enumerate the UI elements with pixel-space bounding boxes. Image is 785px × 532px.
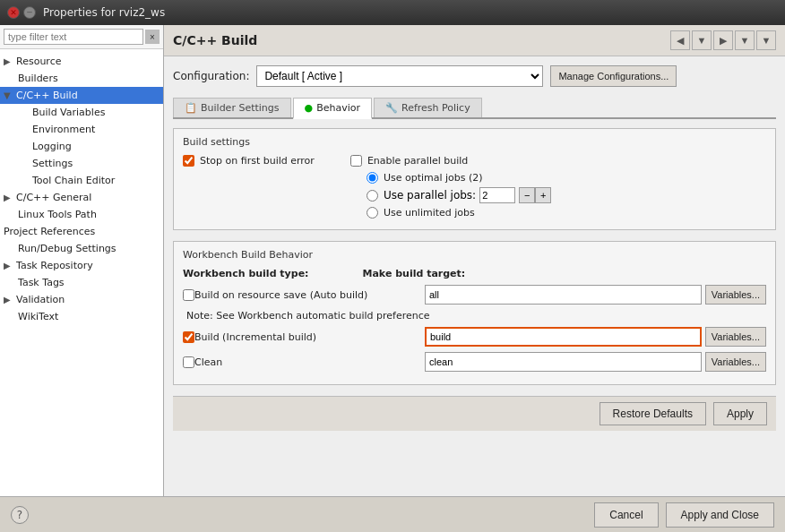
workbench-header: Workbench build type: Make build target: <box>183 268 766 279</box>
panel-body: Configuration: Default [ Active ] Manage… <box>164 56 785 496</box>
clean-label: Clean <box>194 356 222 368</box>
sidebar-item-label: Logging <box>32 141 72 152</box>
sidebar-item-resource[interactable]: ▶ Resource <box>0 53 163 70</box>
auto-build-left: Build on resource save (Auto build) <box>183 289 425 301</box>
refresh-policy-icon: 🔧 <box>385 102 398 114</box>
parallel-decrement-button[interactable]: − <box>519 187 535 203</box>
search-input[interactable] <box>4 29 143 45</box>
behavior-icon: ● <box>305 102 314 114</box>
close-button[interactable]: ✕ <box>7 6 20 19</box>
use-parallel-jobs-row: Use parallel jobs: − + <box>350 187 766 203</box>
incremental-build-input[interactable] <box>425 327 702 347</box>
back-button[interactable]: ◀ <box>670 30 690 50</box>
bottom-actions: Restore Defaults Apply <box>173 396 776 431</box>
clean-input[interactable] <box>425 352 702 372</box>
builder-settings-icon: 📋 <box>185 102 197 114</box>
sidebar: × ▶ Resource Builders ▼ <box>0 25 164 496</box>
incremental-variables-button[interactable]: Variables... <box>705 327 766 347</box>
build-settings-right: Enable parallel build Use optimal jobs (… <box>350 155 766 222</box>
use-optimal-label: Use optimal jobs (2) <box>384 172 483 184</box>
panel-toolbar: ◀ ▼ ▶ ▼ ▼ <box>670 30 776 50</box>
sidebar-item-builders[interactable]: Builders <box>0 70 163 87</box>
sidebar-item-logging[interactable]: Logging <box>0 138 163 155</box>
help-button[interactable]: ? <box>11 506 29 524</box>
clean-variables-button[interactable]: Variables... <box>705 352 766 372</box>
incremental-build-label: Build (Incremental build) <box>194 331 316 343</box>
sidebar-item-validation[interactable]: ▶ Validation <box>0 291 163 308</box>
stop-on-error-row: Stop on first build error <box>183 155 315 167</box>
sidebar-item-cpp-build[interactable]: ▼ C/C++ Build <box>0 87 163 104</box>
sidebar-item-environment[interactable]: Environment <box>0 121 163 138</box>
use-optimal-radio[interactable] <box>367 172 378 184</box>
sidebar-item-tool-chain-editor[interactable]: Tool Chain Editor <box>0 172 163 189</box>
build-settings-left: Stop on first build error <box>183 155 315 222</box>
dropdown2-button[interactable]: ▼ <box>735 30 755 50</box>
sidebar-item-task-repository[interactable]: ▶ Task Repository <box>0 257 163 274</box>
parallel-increment-button[interactable]: + <box>535 187 551 203</box>
help-icon: ? <box>17 509 22 521</box>
auto-build-input[interactable] <box>425 285 702 305</box>
minimize-button[interactable]: ─ <box>23 6 36 19</box>
sidebar-item-linux-tools-path[interactable]: Linux Tools Path <box>0 206 163 223</box>
toggle-icon: ▶ <box>4 56 14 66</box>
stop-on-error-checkbox[interactable] <box>183 155 194 167</box>
auto-build-checkbox[interactable] <box>183 289 194 301</box>
window-title: Properties for rviz2_ws <box>43 6 165 19</box>
use-unlimited-radio[interactable] <box>367 207 378 219</box>
sidebar-item-task-tags[interactable]: Task Tags <box>0 274 163 291</box>
note-text: Note: See Workbench automatic build pref… <box>183 310 766 322</box>
tabs-container: 📋 Builder Settings ● Behavior 🔧 Refresh … <box>173 98 776 119</box>
sidebar-item-label: Build Variables <box>32 107 105 118</box>
menu-button[interactable]: ▼ <box>756 30 776 50</box>
sidebar-item-label: Tool Chain Editor <box>32 175 115 186</box>
use-unlimited-jobs-row: Use unlimited jobs <box>350 207 766 219</box>
clean-right: Variables... <box>425 352 766 372</box>
footer-buttons: Cancel Apply and Close <box>594 502 774 528</box>
sidebar-item-wikitext[interactable]: WikiText <box>0 308 163 325</box>
build-settings-row: Stop on first build error Enable paralle… <box>183 155 766 222</box>
sidebar-item-label: C/C++ General <box>16 192 91 203</box>
toggle-icon: ▼ <box>4 90 14 100</box>
manage-configurations-button[interactable]: Manage Configurations... <box>550 65 677 87</box>
enable-parallel-label: Enable parallel build <box>367 155 468 167</box>
footer: ? Cancel Apply and Close <box>0 496 785 532</box>
sidebar-item-project-references[interactable]: Project References <box>0 223 163 240</box>
tab-builder-settings[interactable]: 📋 Builder Settings <box>173 98 291 117</box>
parallel-count-input[interactable] <box>479 187 515 203</box>
toggle-icon: ▶ <box>4 295 14 305</box>
apply-and-close-button[interactable]: Apply and Close <box>666 502 774 528</box>
use-parallel-label: Use parallel jobs: <box>384 189 476 202</box>
apply-button[interactable]: Apply <box>713 402 767 425</box>
clean-row: Clean Variables... <box>183 352 766 372</box>
tab-refresh-policy[interactable]: 🔧 Refresh Policy <box>374 98 482 117</box>
build-type-col-label: Workbench build type: <box>183 268 309 279</box>
main-panel: C/C++ Build ◀ ▼ ▶ ▼ ▼ Configuration: Def… <box>164 25 785 496</box>
auto-build-variables-button[interactable]: Variables... <box>705 285 766 305</box>
clean-checkbox[interactable] <box>183 356 194 368</box>
incremental-build-checkbox[interactable] <box>183 331 194 343</box>
sidebar-item-label: Builders <box>18 73 58 84</box>
enable-parallel-checkbox[interactable] <box>350 155 362 167</box>
sidebar-item-label: Task Repository <box>16 260 93 271</box>
forward-button[interactable]: ▶ <box>713 30 733 50</box>
make-target-col-label: Make build target: <box>363 268 466 279</box>
config-label: Configuration: <box>173 70 249 82</box>
cancel-button[interactable]: Cancel <box>594 502 658 528</box>
use-parallel-radio[interactable] <box>367 190 378 202</box>
sidebar-item-cpp-general[interactable]: ▶ C/C++ General <box>0 189 163 206</box>
tab-label: Builder Settings <box>201 102 280 114</box>
restore-defaults-button[interactable]: Restore Defaults <box>600 402 706 425</box>
tab-behavior[interactable]: ● Behavior <box>293 98 372 119</box>
sidebar-item-settings[interactable]: Settings <box>0 155 163 172</box>
use-unlimited-label: Use unlimited jobs <box>384 207 475 219</box>
sidebar-item-label: Linux Tools Path <box>18 209 97 220</box>
sidebar-item-run-debug-settings[interactable]: Run/Debug Settings <box>0 240 163 257</box>
toggle-icon: ▶ <box>4 193 14 202</box>
sidebar-item-build-variables[interactable]: Build Variables <box>0 104 163 121</box>
dropdown-button[interactable]: ▼ <box>692 30 712 50</box>
incremental-build-right: Variables... <box>425 327 766 347</box>
clean-left: Clean <box>183 356 425 368</box>
configuration-select[interactable]: Default [ Active ] <box>256 65 543 87</box>
filter-clear-button[interactable]: × <box>145 30 160 44</box>
sidebar-item-label: Task Tags <box>18 277 65 288</box>
